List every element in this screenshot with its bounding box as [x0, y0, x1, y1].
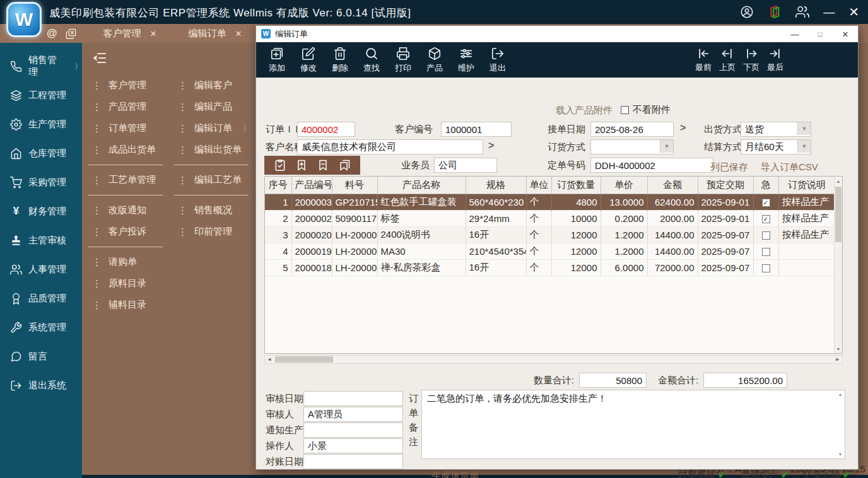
urgent-checkbox[interactable]: [762, 264, 770, 272]
first-record-button[interactable]: 最前: [691, 44, 715, 76]
menu-item-customer-complaint[interactable]: ⋮客户投诉: [88, 221, 170, 242]
sidebar-item-messages[interactable]: 留言: [0, 342, 82, 371]
search-button[interactable]: 查找: [356, 44, 387, 76]
settle-method-select[interactable]: 月结60天▼: [741, 139, 811, 154]
table-row[interactable]: 42000019 LH-2000019MA30 210*4540*354mm个 …: [265, 243, 835, 259]
modules-icon[interactable]: [768, 5, 782, 19]
exit-button[interactable]: 退出: [482, 44, 513, 76]
columns-saved-link[interactable]: 列已保存: [710, 161, 748, 173]
sidebar-item-system[interactable]: 系统管理: [0, 313, 82, 342]
menu-item-purchase-request[interactable]: ⋮请购单: [88, 251, 170, 272]
tab-edit-order[interactable]: 编辑订单 ✕: [177, 28, 253, 40]
make-delivery-note-link[interactable]: 生成送货单: [431, 470, 479, 478]
clipboard-check-icon[interactable]: [274, 159, 286, 172]
order-id-field[interactable]: [297, 122, 355, 137]
collapse-menu-icon[interactable]: [92, 50, 107, 66]
dropdown-arrow-icon[interactable]: ▼: [797, 140, 811, 153]
edit-button[interactable]: 修改: [293, 44, 324, 76]
urgent-checkbox[interactable]: ✓: [762, 215, 770, 223]
last-record-button[interactable]: 最后: [763, 44, 787, 76]
table-row[interactable]: 22000002 5090011703D标签 29*24mm个 100000.2…: [265, 210, 835, 226]
menu-item-edit-shipment[interactable]: ⋮编辑出货单: [174, 139, 256, 160]
window-minimize-button[interactable]: —: [823, 0, 835, 24]
scroll-thumb[interactable]: [275, 356, 333, 363]
menu-item-edit-order[interactable]: ⋮编辑订单〉: [174, 117, 256, 139]
table-row[interactable]: 12000003 GP210715008红色款手工罐盒装 560*460*230…: [265, 194, 835, 210]
link-icon[interactable]: @: [47, 27, 57, 40]
memo-scrollbar[interactable]: ▲ ▼: [836, 390, 845, 458]
sidebar-item-production[interactable]: 生产管理: [0, 110, 82, 139]
print-button[interactable]: 打印: [387, 44, 419, 76]
account-icon[interactable]: [740, 5, 754, 19]
menu-item-edit-product[interactable]: ⋮编辑产品: [174, 96, 256, 117]
menu-item-finished-shipment[interactable]: ⋮成品出货单: [88, 139, 170, 160]
menu-item-order-mgmt[interactable]: ⋮订单管理: [88, 117, 170, 139]
bookmark-add-icon[interactable]: [295, 159, 308, 172]
hide-attachment-checkbox[interactable]: 不看附件: [621, 104, 671, 116]
dialog-minimize-button[interactable]: —: [782, 30, 807, 39]
scroll-left-arrow[interactable]: ◀: [265, 356, 274, 363]
next-page-button[interactable]: 下页: [739, 44, 763, 76]
auditor-field[interactable]: [303, 407, 403, 422]
order-no-field[interactable]: [590, 158, 713, 173]
order-method-select[interactable]: ▼: [590, 139, 674, 154]
notify-production-status[interactable]: 通知生产 ✔: [741, 469, 789, 478]
bookmark-copy-icon[interactable]: [338, 159, 351, 172]
load-product-attachment-link[interactable]: 载入产品附件: [556, 105, 613, 117]
sidebar-item-warehouse[interactable]: 仓库管理: [0, 139, 82, 168]
users-icon[interactable]: [795, 5, 809, 19]
prev-page-button[interactable]: 上页: [715, 44, 739, 76]
tab-customer-management[interactable]: 客户管理 ✕: [92, 28, 168, 40]
operator-field[interactable]: [303, 438, 403, 453]
import-order-csv-link[interactable]: 导入订单CSV: [761, 161, 818, 173]
menu-item-revision-notice[interactable]: ⋮改版通知: [88, 199, 170, 221]
urgent-checkbox[interactable]: ✓: [762, 199, 770, 207]
sidebar-item-hr[interactable]: 人事管理: [0, 255, 82, 284]
ship-method-select[interactable]: 送货▼: [741, 122, 811, 137]
sidebar-item-finance[interactable]: ¥财务管理: [0, 197, 82, 226]
customer-name-field[interactable]: [297, 139, 483, 154]
sidebar-item-purchasing[interactable]: 采购管理: [0, 168, 82, 197]
urgent-checkbox[interactable]: [762, 231, 770, 240]
scroll-down-arrow[interactable]: ▼: [836, 450, 845, 458]
checkbox-box[interactable]: [621, 106, 629, 114]
date-picker-arrow[interactable]: >: [680, 122, 686, 134]
menu-item-product-mgmt[interactable]: ⋮产品管理: [88, 96, 170, 117]
menu-item-raw-material-catalog[interactable]: ⋮原料目录: [88, 272, 170, 294]
menu-item-prepress-mgmt[interactable]: ⋮印前管理: [174, 221, 256, 242]
reconcile-date-field[interactable]: [303, 454, 403, 469]
menu-item-auxiliary-catalog[interactable]: ⋮辅料目录: [88, 294, 170, 315]
dialog-close-button[interactable]: ✕: [833, 30, 858, 39]
audit-date-field[interactable]: [303, 391, 403, 406]
delete-button[interactable]: 删除: [324, 44, 356, 76]
menu-item-customer-mgmt[interactable]: ⋮客户管理: [88, 74, 170, 96]
grid-header-row[interactable]: 序号产品编号 料号产品名称 规格单位 订货数量单价 金额预定交期 急订货说明: [265, 177, 835, 194]
order-memo-field[interactable]: 二笔急的订单，请务必优先加急安排生产！: [421, 390, 845, 459]
menu-item-sales-overview[interactable]: ⋮销售概况: [174, 199, 256, 221]
window-close-button[interactable]: ✕: [848, 0, 859, 24]
dropdown-arrow-icon[interactable]: ▼: [797, 122, 811, 135]
customer-no-field[interactable]: [441, 122, 512, 137]
sidebar-item-quality[interactable]: 品质管理: [0, 284, 82, 313]
notify-production-field[interactable]: [303, 423, 403, 438]
customer-lookup-arrow[interactable]: >: [488, 140, 494, 151]
grid-vertical-scrollbar[interactable]: ▲ ▼: [834, 177, 842, 353]
menu-item-process-sheet-mgmt[interactable]: ⋮工艺单管理: [88, 169, 170, 190]
salesman-field[interactable]: [434, 158, 497, 173]
dropdown-arrow-icon[interactable]: ▼: [660, 140, 673, 153]
menu-item-edit-customer[interactable]: ⋮编辑客户: [174, 74, 256, 96]
sidebar-item-supervisor-audit[interactable]: 主管审核: [0, 226, 82, 255]
grid-horizontal-scrollbar[interactable]: ◀ ▶: [264, 355, 843, 364]
add-button[interactable]: 添加: [261, 44, 293, 76]
order-audit-status[interactable]: 订单审核 ✔: [677, 469, 726, 478]
scroll-up-arrow[interactable]: ▲: [835, 177, 842, 185]
close-all-tabs-icon[interactable]: [65, 28, 77, 40]
table-row[interactable]: 32000020 LH-20000202400说明书 16开个 120001.2…: [265, 226, 835, 243]
scroll-down-arrow[interactable]: ▼: [835, 344, 842, 353]
bookmark-remove-icon[interactable]: [317, 159, 329, 172]
dialog-maximize-button[interactable]: □: [807, 30, 833, 38]
scroll-up-arrow[interactable]: ▲: [836, 390, 845, 399]
delivery-complete-status[interactable]: 交货完成 ✔: [802, 469, 851, 478]
urgent-checkbox[interactable]: [762, 248, 770, 256]
scroll-right-arrow[interactable]: ▶: [833, 356, 842, 363]
